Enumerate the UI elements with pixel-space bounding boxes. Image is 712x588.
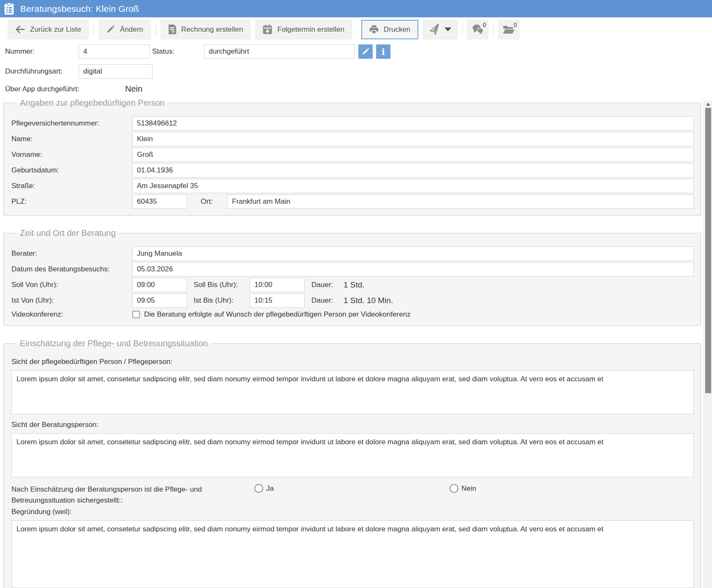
name-row: Name: bbox=[11, 132, 694, 146]
videokonferenz-label: Videokonferenz: bbox=[11, 310, 132, 319]
edit-button[interactable]: Ändern bbox=[98, 20, 151, 39]
ist-row: Ist Von (Uhr): Ist Bis (Uhr): Dauer: 1 S… bbox=[11, 293, 694, 308]
comments-count-badge: 0 bbox=[483, 22, 486, 28]
geburtsdatum-input[interactable] bbox=[132, 163, 694, 178]
create-followup-label: Folgetermin erstellen bbox=[277, 25, 344, 34]
send-dropdown-button[interactable] bbox=[423, 20, 458, 39]
ort-label: Ort: bbox=[201, 197, 227, 206]
berater-input[interactable] bbox=[132, 246, 694, 261]
create-invoice-label: Rechnung erstellen bbox=[181, 25, 243, 34]
versichertennummer-label: Pflegeversichertennummer: bbox=[11, 119, 132, 128]
create-invoice-button[interactable]: Rechnung erstellen bbox=[161, 20, 251, 39]
soll-dauer-value: 1 Std. bbox=[344, 280, 365, 290]
nummer-label: Nummer: bbox=[5, 47, 79, 56]
ist-dauer-value: 1 Std. 10 Min. bbox=[344, 296, 393, 305]
ist-dauer-label: Dauer: bbox=[311, 296, 344, 305]
back-to-list-button[interactable]: Zurück zur Liste bbox=[8, 20, 89, 39]
create-followup-button[interactable]: Folgetermin erstellen bbox=[255, 20, 352, 39]
calendar-plus-icon bbox=[263, 25, 272, 34]
strasse-input[interactable] bbox=[132, 179, 694, 193]
einschaetzung-legend: Einschätzung der Pflege- und Betreuungss… bbox=[16, 339, 212, 348]
vorname-input[interactable] bbox=[132, 148, 694, 162]
status-input[interactable] bbox=[204, 44, 355, 59]
ist-von-label: Ist Von (Uhr): bbox=[11, 296, 132, 305]
info-icon: i bbox=[382, 47, 385, 56]
toolbar: Zurück zur Liste Ändern Rechnung erstell… bbox=[0, 17, 712, 41]
vorname-row: Vorname: bbox=[11, 148, 694, 162]
back-to-list-label: Zurück zur Liste bbox=[30, 25, 81, 34]
begruendung-label: Begründung (weil): bbox=[11, 508, 694, 516]
soll-bis-label: Soll Bis (Uhr): bbox=[194, 281, 250, 289]
ist-bis-input[interactable] bbox=[250, 293, 305, 308]
videokonferenz-checkbox-label: Die Beratung erfolgte auf Wunsch der pfl… bbox=[144, 310, 411, 319]
meta-section: Nummer: Status: i Durchführungsart: Über… bbox=[0, 41, 712, 94]
datum-input[interactable] bbox=[132, 262, 694, 276]
documents-count-badge: 0 bbox=[514, 22, 517, 28]
toolbar-separator bbox=[493, 23, 494, 36]
vorname-label: Vorname: bbox=[11, 150, 132, 159]
comments-button[interactable]: 0 bbox=[467, 20, 488, 39]
plz-ort-row: PLZ: Ort: bbox=[11, 194, 694, 209]
plz-input[interactable] bbox=[132, 194, 187, 209]
videokonferenz-row: Videokonferenz: Die Beratung erfolgte au… bbox=[11, 310, 694, 319]
versichertennummer-input[interactable] bbox=[132, 116, 694, 131]
toolbar-separator bbox=[462, 23, 463, 36]
folder-open-icon bbox=[503, 25, 515, 34]
nein-label: Nein bbox=[461, 484, 476, 493]
begruendung-textarea[interactable]: Lorem ipsum dolor sit amet, consetetur s… bbox=[11, 520, 694, 588]
vertical-scrollbar[interactable] bbox=[704, 101, 712, 588]
comments-icon bbox=[472, 24, 484, 35]
status-info-button[interactable]: i bbox=[376, 44, 390, 59]
beratung-legend: Zeit und Ort der Beratung bbox=[16, 228, 120, 238]
clipboard-icon bbox=[4, 3, 14, 15]
name-label: Name: bbox=[11, 135, 132, 143]
soll-von-input[interactable] bbox=[132, 278, 187, 292]
edit-status-button[interactable] bbox=[358, 44, 373, 59]
pencil-icon bbox=[106, 25, 115, 34]
print-button[interactable]: Drucken bbox=[361, 20, 418, 39]
sicht-berater-textarea[interactable]: Lorem ipsum dolor sit amet, consetetur s… bbox=[11, 433, 694, 477]
printer-icon bbox=[369, 25, 379, 34]
documents-button[interactable]: 0 bbox=[498, 20, 519, 39]
ort-input[interactable] bbox=[227, 194, 694, 209]
ueber-app-value: Nein bbox=[125, 84, 142, 94]
durchfuehrungsart-label: Durchführungsart: bbox=[5, 67, 79, 76]
datum-label: Datum des Beratungsbesuchs: bbox=[11, 265, 132, 273]
pencil-icon bbox=[362, 48, 369, 55]
sichergestellt-ja-option[interactable]: Ja bbox=[254, 484, 274, 493]
ueber-app-label: Über App durchgeführt: bbox=[5, 85, 125, 93]
ja-radio[interactable] bbox=[254, 484, 263, 493]
toolbar-separator bbox=[155, 23, 156, 36]
datum-row: Datum des Beratungsbesuchs: bbox=[11, 262, 694, 276]
name-input[interactable] bbox=[132, 132, 694, 146]
sichergestellt-nein-option[interactable]: Nein bbox=[450, 484, 476, 493]
strasse-row: Straße: bbox=[11, 179, 694, 193]
ueber-app-row: Über App durchgeführt: Nein bbox=[5, 84, 712, 94]
ist-bis-label: Ist Bis (Uhr): bbox=[194, 296, 250, 305]
videokonferenz-checkbox[interactable] bbox=[132, 311, 140, 318]
soll-von-label: Soll Von (Uhr): bbox=[11, 281, 132, 289]
berater-row: Berater: bbox=[11, 246, 694, 261]
geburtsdatum-row: Geburtsdatum: bbox=[11, 163, 694, 178]
nein-radio[interactable] bbox=[450, 484, 458, 493]
sichergestellt-label: Nach Einschätzung der Beratungsperson is… bbox=[11, 484, 231, 506]
toolbar-separator bbox=[93, 23, 94, 36]
sicht-person-textarea[interactable]: Lorem ipsum dolor sit amet, consetetur s… bbox=[11, 370, 694, 414]
soll-dauer-label: Dauer: bbox=[311, 281, 344, 289]
ist-von-input[interactable] bbox=[132, 293, 187, 308]
soll-bis-input[interactable] bbox=[250, 278, 305, 292]
nummer-input[interactable] bbox=[79, 44, 150, 59]
paper-plane-icon bbox=[428, 23, 442, 36]
scrollbar-thumb[interactable] bbox=[705, 108, 711, 393]
sichergestellt-row: Nach Einschätzung der Beratungsperson is… bbox=[11, 484, 694, 506]
print-label: Drucken bbox=[384, 25, 410, 34]
scrollbar-up-arrow[interactable] bbox=[706, 103, 710, 106]
durchfuehrungsart-input[interactable] bbox=[79, 64, 153, 79]
soll-row: Soll Von (Uhr): Soll Bis (Uhr): Dauer: 1… bbox=[11, 278, 694, 292]
beratung-fieldset: Zeit und Ort der Beratung Berater: Datum… bbox=[3, 228, 701, 326]
person-legend: Angaben zur pflegebedürftigen Person bbox=[16, 98, 168, 108]
arrow-left-icon bbox=[15, 25, 25, 34]
plz-label: PLZ: bbox=[11, 197, 132, 206]
edit-label: Ändern bbox=[120, 25, 143, 34]
page-title: Beratungsbesuch: Klein Groß bbox=[20, 4, 139, 14]
